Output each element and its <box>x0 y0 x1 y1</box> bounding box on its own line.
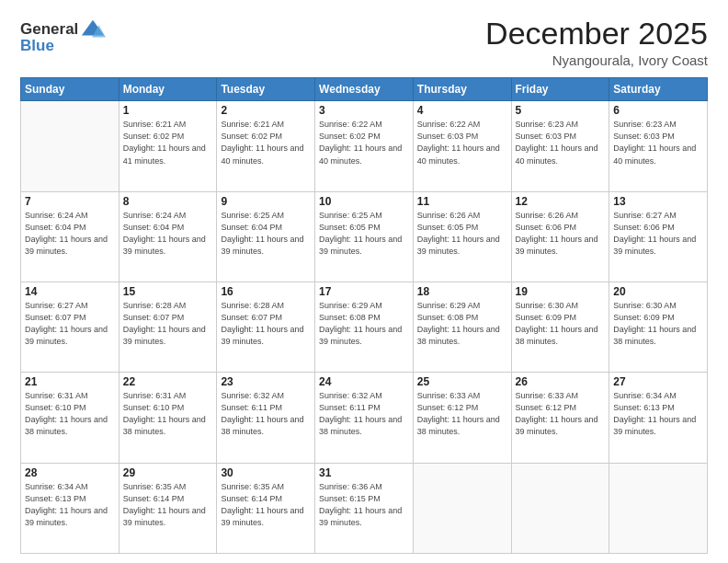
day-info: Sunrise: 6:34 AM Sunset: 6:13 PM Dayligh… <box>25 481 115 529</box>
day-number: 9 <box>221 195 311 208</box>
day-info: Sunrise: 6:30 AM Sunset: 6:09 PM Dayligh… <box>613 300 703 348</box>
day-number: 23 <box>221 375 311 388</box>
table-row: 4Sunrise: 6:22 AM Sunset: 6:03 PM Daylig… <box>413 101 511 191</box>
table-row: 11Sunrise: 6:26 AM Sunset: 6:05 PM Dayli… <box>413 191 511 282</box>
day-number: 12 <box>516 195 606 208</box>
table-row: 22Sunrise: 6:31 AM Sunset: 6:10 PM Dayli… <box>119 373 217 463</box>
day-info: Sunrise: 6:27 AM Sunset: 6:06 PM Dayligh… <box>613 210 703 258</box>
day-info: Sunrise: 6:35 AM Sunset: 6:14 PM Dayligh… <box>123 481 213 529</box>
header-monday: Monday <box>119 78 217 101</box>
table-row <box>609 463 708 553</box>
day-info: Sunrise: 6:25 AM Sunset: 6:05 PM Dayligh… <box>319 210 409 258</box>
day-info: Sunrise: 6:31 AM Sunset: 6:10 PM Dayligh… <box>123 390 213 438</box>
day-number: 8 <box>123 195 213 208</box>
day-number: 21 <box>25 375 115 388</box>
day-info: Sunrise: 6:33 AM Sunset: 6:12 PM Dayligh… <box>417 390 507 438</box>
day-info: Sunrise: 6:21 AM Sunset: 6:02 PM Dayligh… <box>221 119 311 167</box>
day-info: Sunrise: 6:30 AM Sunset: 6:09 PM Dayligh… <box>516 300 606 348</box>
table-row: 25Sunrise: 6:33 AM Sunset: 6:12 PM Dayli… <box>413 373 511 463</box>
location-subtitle: Nyangourala, Ivory Coast <box>485 52 708 68</box>
week-row-0: 1Sunrise: 6:21 AM Sunset: 6:02 PM Daylig… <box>21 101 708 191</box>
day-info: Sunrise: 6:29 AM Sunset: 6:08 PM Dayligh… <box>417 300 507 348</box>
day-number: 5 <box>516 104 606 117</box>
table-row: 7Sunrise: 6:24 AM Sunset: 6:04 PM Daylig… <box>21 191 119 282</box>
table-row: 15Sunrise: 6:28 AM Sunset: 6:07 PM Dayli… <box>119 282 217 373</box>
table-row: 12Sunrise: 6:26 AM Sunset: 6:06 PM Dayli… <box>511 191 609 282</box>
day-number: 25 <box>417 375 507 388</box>
logo-icon <box>80 17 106 42</box>
day-number: 24 <box>319 375 409 388</box>
day-number: 4 <box>417 104 507 117</box>
header-sunday: Sunday <box>21 78 119 101</box>
week-row-4: 28Sunrise: 6:34 AM Sunset: 6:13 PM Dayli… <box>21 463 708 553</box>
table-row: 13Sunrise: 6:27 AM Sunset: 6:06 PM Dayli… <box>609 191 708 282</box>
table-row: 21Sunrise: 6:31 AM Sunset: 6:10 PM Dayli… <box>21 373 119 463</box>
table-row: 27Sunrise: 6:34 AM Sunset: 6:13 PM Dayli… <box>609 373 708 463</box>
table-row: 8Sunrise: 6:24 AM Sunset: 6:04 PM Daylig… <box>119 191 217 282</box>
day-number: 6 <box>613 104 703 117</box>
day-number: 3 <box>319 104 409 117</box>
day-info: Sunrise: 6:24 AM Sunset: 6:04 PM Dayligh… <box>123 210 213 258</box>
table-row: 23Sunrise: 6:32 AM Sunset: 6:11 PM Dayli… <box>217 373 315 463</box>
table-row: 19Sunrise: 6:30 AM Sunset: 6:09 PM Dayli… <box>511 282 609 373</box>
table-row: 16Sunrise: 6:28 AM Sunset: 6:07 PM Dayli… <box>217 282 315 373</box>
day-number: 29 <box>123 466 213 479</box>
day-number: 22 <box>123 375 213 388</box>
day-number: 10 <box>319 195 409 208</box>
header-friday: Friday <box>511 78 609 101</box>
day-number: 11 <box>417 195 507 208</box>
header-thursday: Thursday <box>413 78 511 101</box>
logo: General Blue <box>20 17 106 55</box>
header-tuesday: Tuesday <box>217 78 315 101</box>
header-saturday: Saturday <box>609 78 708 101</box>
day-info: Sunrise: 6:28 AM Sunset: 6:07 PM Dayligh… <box>123 300 213 348</box>
day-info: Sunrise: 6:25 AM Sunset: 6:04 PM Dayligh… <box>221 210 311 258</box>
table-row: 9Sunrise: 6:25 AM Sunset: 6:04 PM Daylig… <box>217 191 315 282</box>
day-number: 20 <box>613 285 703 298</box>
day-info: Sunrise: 6:35 AM Sunset: 6:14 PM Dayligh… <box>221 481 311 529</box>
day-info: Sunrise: 6:21 AM Sunset: 6:02 PM Dayligh… <box>123 119 213 167</box>
table-row: 10Sunrise: 6:25 AM Sunset: 6:05 PM Dayli… <box>315 191 414 282</box>
day-info: Sunrise: 6:23 AM Sunset: 6:03 PM Dayligh… <box>613 119 703 167</box>
table-row: 1Sunrise: 6:21 AM Sunset: 6:02 PM Daylig… <box>119 101 217 191</box>
header: General Blue December 2025 Nyangourala, … <box>20 17 708 68</box>
day-info: Sunrise: 6:31 AM Sunset: 6:10 PM Dayligh… <box>25 390 115 438</box>
week-row-1: 7Sunrise: 6:24 AM Sunset: 6:04 PM Daylig… <box>21 191 708 282</box>
day-info: Sunrise: 6:32 AM Sunset: 6:11 PM Dayligh… <box>319 390 409 438</box>
title-block: December 2025 Nyangourala, Ivory Coast <box>485 17 708 68</box>
day-info: Sunrise: 6:32 AM Sunset: 6:11 PM Dayligh… <box>221 390 311 438</box>
table-row: 31Sunrise: 6:36 AM Sunset: 6:15 PM Dayli… <box>315 463 414 553</box>
day-number: 19 <box>516 285 606 298</box>
day-info: Sunrise: 6:28 AM Sunset: 6:07 PM Dayligh… <box>221 300 311 348</box>
logo-general: General <box>20 20 78 39</box>
day-number: 2 <box>221 104 311 117</box>
day-number: 13 <box>613 195 703 208</box>
table-row: 30Sunrise: 6:35 AM Sunset: 6:14 PM Dayli… <box>217 463 315 553</box>
day-info: Sunrise: 6:27 AM Sunset: 6:07 PM Dayligh… <box>25 300 115 348</box>
table-row: 2Sunrise: 6:21 AM Sunset: 6:02 PM Daylig… <box>217 101 315 191</box>
day-number: 16 <box>221 285 311 298</box>
table-row: 28Sunrise: 6:34 AM Sunset: 6:13 PM Dayli… <box>21 463 119 553</box>
header-wednesday: Wednesday <box>315 78 414 101</box>
day-info: Sunrise: 6:22 AM Sunset: 6:02 PM Dayligh… <box>319 119 409 167</box>
day-number: 7 <box>25 195 115 208</box>
day-number: 26 <box>516 375 606 388</box>
day-info: Sunrise: 6:33 AM Sunset: 6:12 PM Dayligh… <box>516 390 606 438</box>
day-number: 1 <box>123 104 213 117</box>
calendar-table: Sunday Monday Tuesday Wednesday Thursday… <box>20 77 708 554</box>
table-row <box>21 101 119 191</box>
page: General Blue December 2025 Nyangourala, … <box>0 0 728 563</box>
day-number: 17 <box>319 285 409 298</box>
table-row: 3Sunrise: 6:22 AM Sunset: 6:02 PM Daylig… <box>315 101 414 191</box>
table-row: 6Sunrise: 6:23 AM Sunset: 6:03 PM Daylig… <box>609 101 708 191</box>
day-number: 18 <box>417 285 507 298</box>
table-row: 5Sunrise: 6:23 AM Sunset: 6:03 PM Daylig… <box>511 101 609 191</box>
table-row: 18Sunrise: 6:29 AM Sunset: 6:08 PM Dayli… <box>413 282 511 373</box>
table-row <box>413 463 511 553</box>
table-row: 14Sunrise: 6:27 AM Sunset: 6:07 PM Dayli… <box>21 282 119 373</box>
day-number: 30 <box>221 466 311 479</box>
day-info: Sunrise: 6:34 AM Sunset: 6:13 PM Dayligh… <box>613 390 703 438</box>
day-info: Sunrise: 6:22 AM Sunset: 6:03 PM Dayligh… <box>417 119 507 167</box>
day-info: Sunrise: 6:36 AM Sunset: 6:15 PM Dayligh… <box>319 481 409 529</box>
day-info: Sunrise: 6:29 AM Sunset: 6:08 PM Dayligh… <box>319 300 409 348</box>
